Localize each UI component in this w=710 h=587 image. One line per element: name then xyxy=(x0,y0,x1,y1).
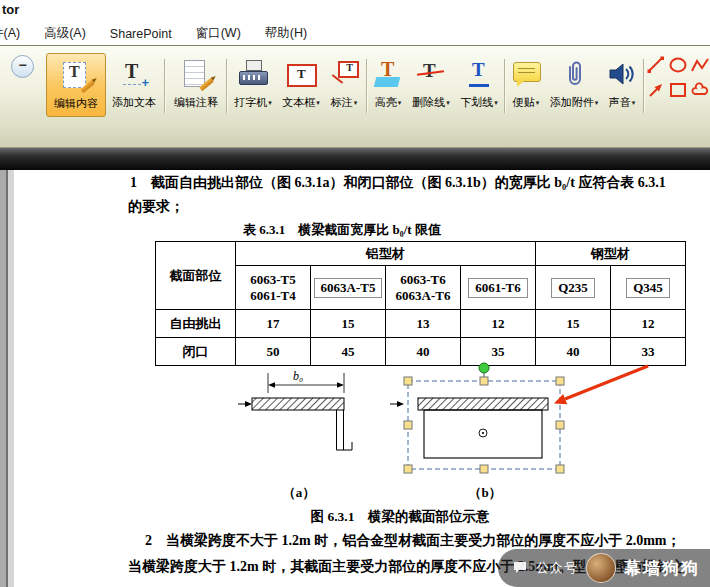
dropdown-arrow-icon: ▾ xyxy=(446,99,450,106)
text-box-icon: T xyxy=(286,58,316,90)
figure-b-label[interactable]: （b） xyxy=(445,484,525,502)
panel-divider xyxy=(0,148,710,170)
table-cell[interactable]: 12 xyxy=(611,310,686,338)
watermark: 公众号 幕墙狗狗 xyxy=(498,549,710,587)
figure-a-label[interactable]: （a） xyxy=(259,484,339,502)
collapse-toolbar-button[interactable]: − xyxy=(11,55,34,78)
pdf-page: 1 截面自由挑出部位（图 6.3.1a）和闭口部位（图 6.3.1b）的宽厚比 … xyxy=(14,170,710,587)
table-cell[interactable]: 12 xyxy=(461,310,536,338)
draw-cloud-tool[interactable] xyxy=(690,80,710,100)
edit-content-icon: T xyxy=(61,59,91,91)
resize-handle[interactable] xyxy=(480,465,488,473)
table-cell[interactable]: Q235 xyxy=(536,266,611,310)
table-cell[interactable]: Q345 xyxy=(611,266,686,310)
tool-edit-content[interactable]: T 编辑内容 xyxy=(46,53,106,117)
toolbar-separator xyxy=(366,59,367,113)
resize-handle[interactable] xyxy=(556,421,564,429)
paragraph-1-line-2[interactable]: 的要求； xyxy=(128,198,184,216)
tool-strikeout[interactable]: T 删除线▾ xyxy=(408,53,454,117)
dropdown-arrow-icon: ▾ xyxy=(268,99,272,106)
toolbar-separator xyxy=(643,59,644,113)
menu-bar: 件(A) 高级(A) SharePoint 窗口(W) 帮助(H) xyxy=(0,22,710,46)
draw-arrow-tool[interactable] xyxy=(646,80,666,100)
strikeout-icon: T xyxy=(416,58,446,90)
menu-sharepoint[interactable]: SharePoint xyxy=(98,27,184,41)
draw-oval-tool[interactable] xyxy=(668,55,688,75)
table-cell[interactable]: 15 xyxy=(536,310,611,338)
typewriter-icon xyxy=(238,58,268,90)
resize-handle[interactable] xyxy=(556,465,564,473)
figure-graphics: b₀ xyxy=(230,360,660,480)
table-cell[interactable]: 截面部位 xyxy=(156,242,236,310)
selection-box[interactable] xyxy=(404,363,564,473)
table-cell[interactable]: 自由挑出 xyxy=(156,310,236,338)
tool-callout[interactable]: T 标注▾ xyxy=(326,53,362,117)
menu-help[interactable]: 帮助(H) xyxy=(253,25,319,42)
paragraph-1-line-1[interactable]: 1 截面自由挑出部位（图 6.3.1a）和闭口部位（图 6.3.1b）的宽厚比 … xyxy=(130,174,666,192)
resize-handle[interactable] xyxy=(404,465,412,473)
tool-attach-file[interactable]: 添加附件▾ xyxy=(546,53,602,117)
menu-advanced[interactable]: 高级(A) xyxy=(32,25,98,42)
rotate-handle[interactable] xyxy=(479,363,489,373)
table-cell[interactable]: 17 xyxy=(236,310,311,338)
watermark-name: 幕墙狗狗 xyxy=(624,557,700,580)
highlight-icon: T xyxy=(373,58,403,90)
tool-edit-annotation[interactable]: 编辑注释 xyxy=(170,53,222,117)
red-arrow-annotation[interactable] xyxy=(554,366,648,404)
dropdown-arrow-icon: ▾ xyxy=(494,99,498,106)
resize-handle[interactable] xyxy=(404,421,412,429)
dropdown-arrow-icon: ▾ xyxy=(316,99,320,106)
resize-handle[interactable] xyxy=(556,377,564,385)
table-cell[interactable]: 铝型材 xyxy=(236,242,536,266)
table-cell[interactable]: 6063-T6 6063A-T6 xyxy=(386,266,461,310)
toolbar-separator xyxy=(504,59,505,113)
table-cell[interactable]: 闭口 xyxy=(156,338,236,366)
figure-b[interactable] xyxy=(390,398,548,458)
table-cell[interactable]: 6063A-T5 xyxy=(311,266,386,310)
watermark-logo xyxy=(586,553,616,583)
draw-polyline-tool[interactable] xyxy=(690,55,710,75)
figure-a[interactable]: b₀ xyxy=(238,369,352,450)
table-cell[interactable]: 6061-T6 xyxy=(461,266,536,310)
edit-annotation-icon xyxy=(181,58,211,90)
menu-file[interactable]: 件(A) xyxy=(0,25,32,42)
draw-rectangle-tool[interactable] xyxy=(668,80,688,100)
limit-table: 截面部位 铝型材 钢型材 6063-T5 6061-T4 6063A-T5 60… xyxy=(155,241,686,366)
tool-sound[interactable]: 声音▾ xyxy=(604,53,640,117)
tool-typewriter[interactable]: 打字机▾ xyxy=(230,53,276,117)
figure-caption[interactable]: 图 6.3.1 横梁的截面部位示意 xyxy=(245,508,555,526)
dimension-label: b₀ xyxy=(293,369,303,383)
paperclip-icon xyxy=(561,59,587,89)
table-caption[interactable]: 表 6.3.1 横梁截面宽厚比 b₀/t 限值 xyxy=(192,221,492,239)
document-area: 1 截面自由挑出部位（图 6.3.1a）和闭口部位（图 6.3.1b）的宽厚比 … xyxy=(0,170,710,587)
add-text-icon: T+ xyxy=(119,58,149,90)
dropdown-arrow-icon: ▾ xyxy=(354,99,358,106)
table-cell[interactable]: 6063-T5 6061-T4 xyxy=(236,266,311,310)
tool-underline[interactable]: T 下划线▾ xyxy=(456,53,502,117)
title-bar: tor xyxy=(0,0,710,22)
table-cell[interactable]: 13 xyxy=(386,310,461,338)
resize-handle[interactable] xyxy=(404,377,412,385)
resize-handle[interactable] xyxy=(480,377,488,385)
toolbar-separator xyxy=(164,59,165,113)
paragraph-2-line-1[interactable]: 2 当横梁跨度不大于 1.2m 时，铝合金型材截面主要受力部位的厚度不应小于 2… xyxy=(145,532,681,550)
underline-icon: T xyxy=(464,58,494,90)
toolbar-separator xyxy=(226,59,227,113)
tool-text-box[interactable]: T 文本框▾ xyxy=(278,53,324,117)
dropdown-arrow-icon: ▾ xyxy=(632,99,636,106)
minus-icon: − xyxy=(18,57,26,73)
table-cell[interactable]: 15 xyxy=(311,310,386,338)
draw-tools xyxy=(646,55,710,101)
watermark-prefix: 公众号 xyxy=(536,559,578,577)
dropdown-arrow-icon: ▾ xyxy=(536,99,540,106)
draw-line-tool[interactable] xyxy=(646,55,666,75)
window-title: tor xyxy=(2,2,19,17)
toolbar: − T 编辑内容 T+ 添加文本 编辑注释 打字机▾ xyxy=(0,45,710,148)
tool-add-text[interactable]: T+ 添加文本 xyxy=(108,53,160,117)
menu-window[interactable]: 窗口(W) xyxy=(184,25,253,42)
tool-highlight[interactable]: T 高亮▾ xyxy=(370,53,406,117)
table-cell[interactable]: 钢型材 xyxy=(536,242,686,266)
dropdown-arrow-icon: ▾ xyxy=(398,99,402,106)
tool-sticky-note[interactable]: 便贴▾ xyxy=(508,53,544,117)
sticky-note-icon xyxy=(511,58,541,90)
